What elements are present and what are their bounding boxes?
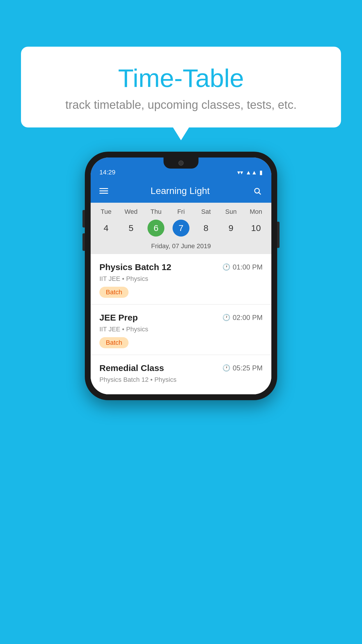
speech-bubble: Time-Table track timetable, upcoming cla… [21,47,341,127]
day-name-mon: Mon [243,208,268,218]
volume-down-button [82,233,85,251]
day-number-6[interactable]: 6 [147,220,164,237]
search-button[interactable] [252,186,263,196]
day-names-row: TueWedThuFriSatSunMon [91,208,271,218]
day-name-tue: Tue [94,208,119,218]
batch-badge-0: Batch [99,287,129,298]
schedule-time-2: 🕐05:25 PM [222,364,263,372]
speech-bubble-section: Time-Table track timetable, upcoming cla… [21,47,341,127]
phone-mockup: 14:29 ▾▾ ▲▲ ▮ Learning Light [85,152,277,400]
clock-icon: 🕐 [222,364,230,372]
selected-date-label: Friday, 07 June 2019 [91,240,271,254]
day-name-wed: Wed [119,208,144,218]
batch-badge-1: Batch [99,337,129,348]
signal-icon: ▲▲ [245,169,257,176]
phone-camera [178,160,184,166]
schedule-time-0: 🕐01:00 PM [222,263,263,271]
power-button [277,222,280,248]
phone-frame: 14:29 ▾▾ ▲▲ ▮ Learning Light [85,152,277,400]
hamburger-menu-icon[interactable] [99,188,108,194]
svg-line-1 [259,192,261,194]
schedule-item-0[interactable]: Physics Batch 12🕐01:00 PMIIT JEE • Physi… [91,254,271,304]
day-number-9[interactable]: 9 [222,220,239,237]
schedule-name-2: Remedial Class [99,363,164,373]
day-number-7[interactable]: 7 [173,220,189,237]
volume-up-button [82,210,85,228]
wifi-icon: ▾▾ [237,169,243,176]
status-icons: ▾▾ ▲▲ ▮ [237,169,263,176]
schedule-time-1: 🕐02:00 PM [222,314,263,322]
svg-point-0 [255,188,259,193]
bubble-title: Time-Table [36,64,326,92]
day-numbers-row: 45678910 [91,218,271,240]
schedule-name-0: Physics Batch 12 [99,262,171,272]
day-number-10[interactable]: 10 [247,220,264,237]
day-name-thu: Thu [143,208,168,218]
schedule-meta-2: Physics Batch 12 • Physics [99,376,263,384]
clock-icon: 🕐 [222,314,230,321]
phone-notch [164,158,198,169]
bubble-subtitle: track timetable, upcoming classes, tests… [36,98,326,111]
app-title: Learning Light [151,186,210,196]
day-number-5[interactable]: 5 [123,220,140,237]
day-number-4[interactable]: 4 [98,220,115,237]
schedule-item-1[interactable]: JEE Prep🕐02:00 PMIIT JEE • PhysicsBatch [91,304,271,355]
schedule-meta-0: IIT JEE • Physics [99,275,263,283]
phone-screen: 14:29 ▾▾ ▲▲ ▮ Learning Light [91,158,271,394]
battery-icon: ▮ [259,169,263,176]
day-name-sat: Sat [194,208,219,218]
schedule-meta-1: IIT JEE • Physics [99,326,263,333]
clock-icon: 🕐 [222,263,230,271]
app-bar: Learning Light [91,179,271,203]
day-name-fri: Fri [168,208,194,218]
schedule-item-2[interactable]: Remedial Class🕐05:25 PMPhysics Batch 12 … [91,355,271,394]
day-name-sun: Sun [219,208,244,218]
day-number-8[interactable]: 8 [198,220,215,237]
status-time: 14:29 [99,169,115,176]
schedule-name-1: JEE Prep [99,313,138,323]
schedule-list: Physics Batch 12🕐01:00 PMIIT JEE • Physi… [91,254,271,394]
calendar-strip: TueWedThuFriSatSunMon 45678910 Friday, 0… [91,203,271,254]
